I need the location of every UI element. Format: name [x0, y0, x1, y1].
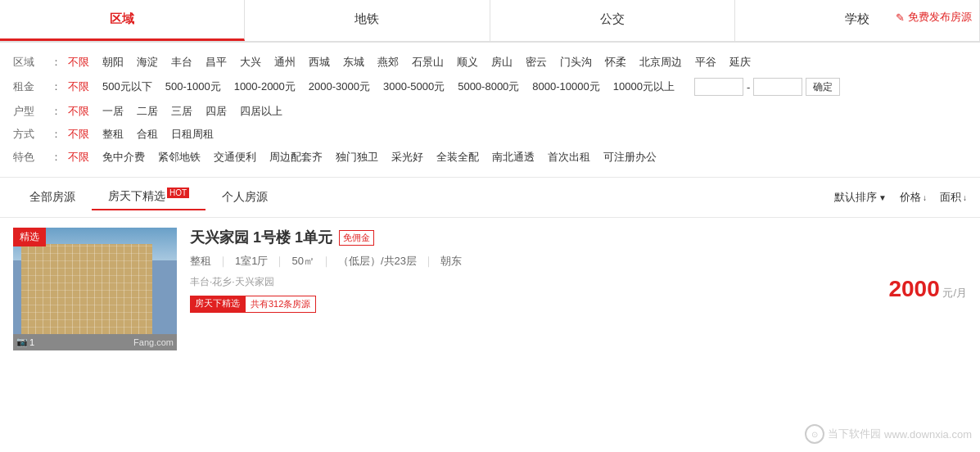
filter-label-area: 区域: [13, 55, 46, 70]
price-dash: -: [747, 81, 750, 93]
img-count: 📷 1: [16, 337, 34, 347]
filter-area-changping[interactable]: 昌平: [205, 55, 227, 70]
tab-featured[interactable]: 房天下精选HOT: [92, 184, 205, 210]
filter-room-4[interactable]: 四居: [205, 104, 227, 119]
filter-feature-firstrent[interactable]: 首次出租: [548, 150, 590, 165]
filter-area-daxing[interactable]: 大兴: [240, 55, 261, 70]
tab-all-source[interactable]: 全部房源: [13, 185, 92, 210]
filter-area-huairou[interactable]: 怀柔: [605, 55, 626, 70]
filter-area-xicheng[interactable]: 西城: [309, 55, 330, 70]
filter-area-tongzhou[interactable]: 通州: [274, 55, 296, 70]
filter-rent-500below[interactable]: 500元以下: [102, 79, 152, 94]
filter-feature-northsouth[interactable]: 南北通透: [492, 150, 535, 165]
filter-rent-10000above[interactable]: 10000元以上: [613, 79, 675, 94]
filter-feature-private[interactable]: 独门独卫: [336, 150, 378, 165]
filter-area-yanjiao[interactable]: 燕郊: [377, 55, 399, 70]
listing-area: 精选 📷 1 Fang.com 天兴家园 1号楼 1单元 免佣金 整租 ｜ 1室…: [0, 218, 980, 360]
filter-sep-method: ：: [51, 127, 61, 142]
listing-title-text: 天兴家园 1号楼 1单元: [190, 228, 332, 247]
meta-sep2: ｜: [274, 254, 285, 269]
filter-rent-2000-3000[interactable]: 2000-3000元: [309, 79, 370, 94]
filter-sep-area: ：: [51, 55, 61, 70]
filter-sep-room: ：: [51, 104, 61, 119]
filter-row-feature: 特色 ： 不限 免中介费 紧邻地铁 交通便利 周边配套齐 独门独卫 采光好 全装…: [13, 146, 967, 169]
free-publish-btn[interactable]: ✎ 免费发布房源: [896, 10, 972, 25]
filter-area-dongcheng[interactable]: 东城: [343, 55, 364, 70]
price-number: 2000: [888, 276, 939, 301]
price-display: 2000 元/月: [888, 276, 967, 302]
listing-price: 2000 元/月: [869, 228, 967, 350]
sort-price-arrow: ↓: [923, 193, 927, 202]
filter-rent-1000-2000[interactable]: 1000-2000元: [234, 79, 296, 94]
filter-rent-unlimited[interactable]: 不限: [68, 79, 89, 94]
sort-default-arrow: ▼: [878, 193, 887, 202]
filter-room-2[interactable]: 二居: [137, 104, 158, 119]
sort-price[interactable]: 价格 ↓: [900, 190, 927, 205]
filter-method-share[interactable]: 合租: [137, 127, 158, 142]
price-input-area: - 确定: [694, 78, 840, 96]
filter-label-method: 方式: [13, 127, 46, 142]
meta-size: 50㎡: [291, 254, 314, 269]
listing-card[interactable]: 精选 📷 1 Fang.com 天兴家园 1号楼 1单元 免佣金 整租 ｜ 1室…: [13, 228, 967, 350]
filter-area-fengtai[interactable]: 丰台: [171, 55, 192, 70]
filter-label-rent: 租金: [13, 79, 46, 94]
filter-feature-unlimited[interactable]: 不限: [68, 150, 89, 165]
meta-type: 整租: [190, 254, 211, 269]
filter-feature-amenities[interactable]: 周边配套齐: [269, 150, 323, 165]
tab-bus[interactable]: 公交: [490, 0, 735, 41]
sort-default[interactable]: 默认排序 ▼: [834, 190, 887, 205]
tag-area: 房天下精选 共有312条房源: [190, 296, 856, 313]
filter-room-3[interactable]: 三居: [171, 104, 192, 119]
filter-area-miyun[interactable]: 密云: [526, 55, 547, 70]
sort-area[interactable]: 面积 ↓: [940, 190, 967, 205]
top-nav: 区域 地铁 公交 学校 ✎ 免费发布房源: [0, 0, 980, 43]
listing-title: 天兴家园 1号楼 1单元 免佣金: [190, 228, 856, 247]
meta-sep3: ｜: [321, 254, 332, 269]
sort-area: 默认排序 ▼ 价格 ↓ 面积 ↓: [834, 190, 967, 205]
filter-area-haidian[interactable]: 海淀: [137, 55, 158, 70]
listing-location: 丰台·花乡·天兴家园: [190, 275, 856, 289]
meta-sep4: ｜: [423, 254, 434, 269]
filter-rent-3000-5000[interactable]: 3000-5000元: [383, 79, 445, 94]
filter-feature-noagent[interactable]: 免中介费: [102, 150, 145, 165]
filter-label-room: 户型: [13, 104, 46, 119]
filter-feature-light[interactable]: 采光好: [391, 150, 423, 165]
tab-metro[interactable]: 地铁: [245, 0, 490, 41]
tab-area[interactable]: 区域: [0, 0, 245, 41]
filter-rent-5000-8000[interactable]: 5000-8000元: [458, 79, 519, 94]
hot-badge: HOT: [167, 188, 189, 198]
filter-feature-metro[interactable]: 紧邻地铁: [158, 150, 201, 165]
filter-area-yanqing[interactable]: 延庆: [729, 55, 751, 70]
filter-method-daily[interactable]: 日租周租: [171, 127, 214, 142]
filter-row-room: 户型 ： 不限 一居 二居 三居 四居 四居以上: [13, 100, 967, 123]
tab-personal[interactable]: 个人房源: [205, 185, 284, 210]
filter-area-pinggu[interactable]: 平谷: [695, 55, 716, 70]
filter-area-shijingshan[interactable]: 石景山: [412, 55, 444, 70]
filter-feature-fullfurnished[interactable]: 全装全配: [436, 150, 479, 165]
filter-area-unlimited[interactable]: 不限: [68, 55, 89, 70]
filter-feature-traffic[interactable]: 交通便利: [214, 150, 256, 165]
filter-area-fangshan[interactable]: 房山: [491, 55, 513, 70]
filter-feature-office[interactable]: 可注册办公: [603, 150, 657, 165]
price-min-input[interactable]: [694, 78, 743, 96]
filter-area-bjzhoubian[interactable]: 北京周边: [639, 55, 682, 70]
filter-room-1[interactable]: 一居: [102, 104, 124, 119]
tag-count: 共有312条房源: [245, 296, 316, 313]
jingxuan-badge: 精选: [13, 228, 46, 246]
filter-method-unlimited[interactable]: 不限: [68, 127, 89, 142]
filter-rent-500-1000[interactable]: 500-1000元: [165, 79, 221, 94]
edit-icon: ✎: [896, 11, 905, 24]
meta-room: 1室1厅: [235, 254, 268, 269]
filter-area-shunyi[interactable]: 顺义: [457, 55, 478, 70]
filter-method-whole[interactable]: 整租: [102, 127, 124, 142]
filter-area-chaoyang[interactable]: 朝阳: [102, 55, 124, 70]
filter-area: 区域 ： 不限 朝阳 海淀 丰台 昌平 大兴 通州 西城 东城 燕郊 石景山 顺…: [0, 43, 980, 178]
price-max-input[interactable]: [753, 78, 802, 96]
filter-room-4plus[interactable]: 四居以上: [240, 104, 282, 119]
listing-image: 精选 📷 1 Fang.com: [13, 228, 177, 350]
filter-area-mentougou[interactable]: 门头沟: [560, 55, 592, 70]
price-unit: 元/月: [942, 287, 967, 299]
filter-room-unlimited[interactable]: 不限: [68, 104, 89, 119]
filter-rent-8000-10000[interactable]: 8000-10000元: [532, 79, 599, 94]
price-confirm-btn[interactable]: 确定: [806, 78, 840, 96]
